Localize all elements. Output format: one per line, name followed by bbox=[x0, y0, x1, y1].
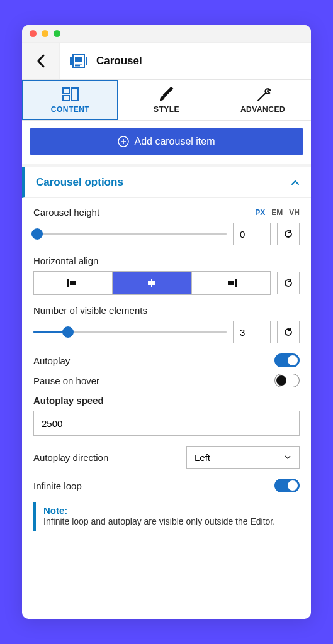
settings-panel-window: Carousel CONTENT STYLE ADVANCED bbox=[22, 25, 311, 619]
reset-icon bbox=[283, 278, 293, 288]
svg-rect-5 bbox=[75, 65, 80, 67]
svg-rect-1 bbox=[86, 57, 87, 65]
panel-header: Carousel bbox=[22, 43, 311, 80]
tab-content[interactable]: CONTENT bbox=[22, 80, 118, 120]
svg-rect-6 bbox=[63, 88, 69, 94]
field-autoplay-direction: Autoplay direction Left bbox=[33, 446, 300, 469]
tab-content-label: CONTENT bbox=[51, 105, 90, 114]
note-text: Infinite loop and autoplay are visible o… bbox=[43, 516, 300, 528]
height-label: Carousel height bbox=[33, 207, 99, 218]
field-visible-elements: Number of visible elements bbox=[33, 305, 300, 343]
section-title: Carousel options bbox=[36, 176, 123, 189]
visible-reset-button[interactable] bbox=[277, 321, 300, 343]
align-button-group bbox=[33, 271, 271, 295]
chevron-left-icon bbox=[37, 54, 45, 68]
autoplay-label: Autoplay bbox=[33, 355, 70, 366]
field-horizontal-align: Horizontal align bbox=[33, 255, 300, 295]
tab-style-label: STYLE bbox=[154, 105, 179, 114]
options-panel: Carousel height PX EM VH Horizo bbox=[22, 198, 311, 543]
header-title-text: Carousel bbox=[96, 55, 142, 67]
brush-icon bbox=[159, 87, 175, 101]
align-right-icon bbox=[225, 279, 237, 287]
align-left-icon bbox=[67, 279, 79, 287]
height-slider[interactable] bbox=[33, 228, 227, 240]
align-center-icon bbox=[146, 279, 157, 287]
infinite-toggle[interactable] bbox=[274, 479, 300, 492]
tab-style[interactable]: STYLE bbox=[118, 80, 215, 120]
unit-em[interactable]: EM bbox=[271, 208, 283, 217]
window-titlebar bbox=[22, 25, 311, 43]
add-button-label: Add carousel item bbox=[134, 136, 215, 147]
window-zoom-dot[interactable] bbox=[54, 30, 60, 37]
unit-vh[interactable]: VH bbox=[289, 208, 300, 217]
field-autoplay: Autoplay bbox=[33, 353, 300, 367]
svg-rect-11 bbox=[70, 281, 76, 285]
svg-rect-13 bbox=[148, 281, 155, 285]
field-autoplay-speed: Autoplay speed bbox=[33, 395, 300, 436]
svg-rect-4 bbox=[75, 64, 82, 65]
svg-rect-14 bbox=[235, 279, 237, 287]
autoplay-speed-input[interactable] bbox=[33, 411, 300, 436]
svg-rect-15 bbox=[228, 281, 234, 285]
unit-selector: PX EM VH bbox=[255, 208, 300, 217]
svg-rect-10 bbox=[67, 279, 69, 287]
field-pause-on-hover: Pause on hover bbox=[33, 374, 300, 387]
add-carousel-item-button[interactable]: Add carousel item bbox=[30, 128, 303, 155]
field-infinite-loop: Infinite loop bbox=[33, 479, 300, 492]
window-minimize-dot[interactable] bbox=[42, 30, 48, 37]
back-button[interactable] bbox=[22, 43, 60, 79]
tabs: CONTENT STYLE ADVANCED bbox=[22, 80, 311, 121]
infinite-label: Infinite loop bbox=[33, 480, 82, 491]
autoplay-direction-select[interactable]: Left bbox=[186, 446, 300, 469]
note-title: Note: bbox=[43, 505, 300, 516]
window-close-dot[interactable] bbox=[30, 30, 37, 37]
align-center-button[interactable] bbox=[113, 272, 191, 294]
unit-px[interactable]: PX bbox=[255, 208, 265, 217]
halign-label: Horizontal align bbox=[33, 255, 300, 266]
svg-rect-3 bbox=[75, 57, 82, 62]
section-header-carousel-options[interactable]: Carousel options bbox=[22, 167, 311, 198]
header-title-area: Carousel bbox=[60, 43, 152, 79]
align-right-button[interactable] bbox=[192, 272, 270, 294]
layout-icon bbox=[62, 87, 79, 101]
plus-circle-icon bbox=[118, 136, 129, 147]
autoplay-direction-label: Autoplay direction bbox=[33, 452, 108, 463]
height-input[interactable] bbox=[233, 223, 271, 245]
reset-icon bbox=[283, 327, 293, 337]
autoplay-toggle[interactable] bbox=[274, 353, 300, 367]
note-box: Note: Infinite loop and autoplay are vis… bbox=[33, 502, 300, 531]
svg-rect-7 bbox=[63, 96, 69, 101]
add-item-bar: Add carousel item bbox=[22, 121, 311, 167]
align-left-button[interactable] bbox=[34, 272, 113, 294]
field-carousel-height: Carousel height PX EM VH bbox=[33, 207, 300, 245]
svg-rect-8 bbox=[71, 88, 78, 101]
wrench-icon bbox=[255, 87, 271, 101]
halign-reset-button[interactable] bbox=[277, 272, 300, 294]
height-reset-button[interactable] bbox=[277, 223, 300, 245]
carousel-block-icon bbox=[70, 54, 87, 68]
pause-hover-label: Pause on hover bbox=[33, 375, 99, 386]
visible-label: Number of visible elements bbox=[33, 305, 300, 316]
chevron-down-icon bbox=[284, 455, 291, 460]
reset-icon bbox=[283, 229, 293, 239]
svg-rect-0 bbox=[70, 57, 72, 65]
autoplay-speed-label: Autoplay speed bbox=[33, 395, 300, 406]
chevron-up-icon bbox=[291, 179, 300, 186]
tab-advanced[interactable]: ADVANCED bbox=[215, 80, 311, 120]
pause-hover-toggle[interactable] bbox=[274, 374, 300, 387]
autoplay-direction-value: Left bbox=[195, 452, 210, 463]
visible-slider[interactable] bbox=[33, 326, 227, 338]
tab-advanced-label: ADVANCED bbox=[240, 105, 285, 114]
visible-input[interactable] bbox=[233, 321, 271, 343]
